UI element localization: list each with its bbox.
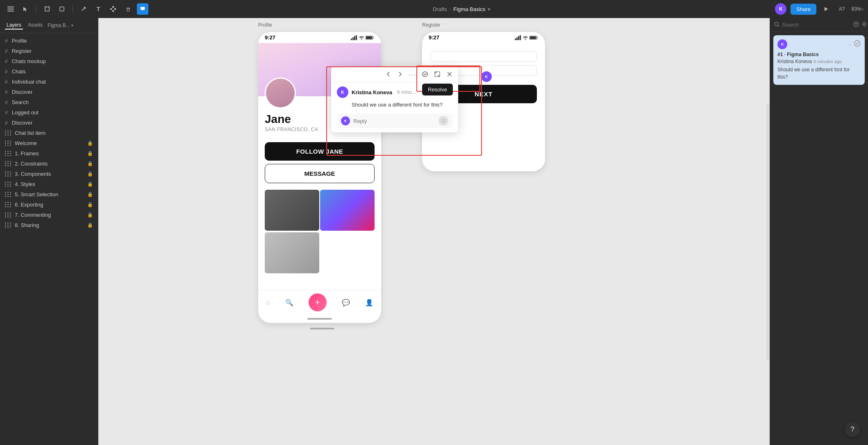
share-button[interactable]: Share — [791, 4, 816, 15]
nav-prev-icon[interactable] — [384, 70, 393, 79]
lock-icon: 🔒 — [87, 171, 93, 177]
toolbar-left: T — [5, 3, 148, 15]
rect-tool-icon[interactable] — [56, 3, 68, 15]
sidebar-item-chats[interactable]: # Chats — [0, 66, 98, 77]
chat-nav-icon[interactable]: 💬 — [342, 299, 350, 307]
comment-popup-header: ··· — [331, 66, 458, 82]
input-placeholder-1[interactable] — [430, 51, 537, 62]
status-icons — [351, 35, 375, 40]
thread-title: #1 · Figma Basics — [777, 52, 861, 57]
add-button[interactable]: + — [309, 293, 327, 311]
zoom-level: 83% — [851, 6, 861, 12]
text-tool-icon[interactable]: T — [93, 3, 104, 15]
grid-icon — [5, 222, 11, 228]
profile-nav-icon[interactable]: 👤 — [365, 299, 373, 307]
search-nav-icon[interactable]: 🔍 — [285, 299, 293, 307]
dropdown-arrow[interactable]: ▾ — [488, 6, 491, 12]
follow-button[interactable]: FOLLOW JANE — [265, 142, 375, 161]
sidebar-item-chats-mockup[interactable]: # Chats mockup — [0, 56, 98, 66]
filter-icon[interactable] — [853, 21, 859, 28]
toolbar-center: Drafts / Figma Basics ▾ — [433, 6, 491, 12]
comment-tool-icon[interactable] — [137, 3, 148, 15]
sidebar-item-search[interactable]: # Search — [0, 97, 98, 107]
grid-icon — [5, 151, 11, 156]
tab-layers[interactable]: Layers — [5, 21, 23, 30]
sidebar-item-profile[interactable]: # Profile — [0, 36, 98, 46]
sidebar-item-logged-out[interactable]: # Logged out — [0, 107, 98, 118]
comment-reply-row: K — [337, 114, 452, 128]
help-button[interactable]: ? — [845, 422, 860, 437]
thread-avatar: K — [777, 39, 787, 49]
zoom-control[interactable]: 83% ▾ — [852, 3, 863, 15]
main-area: Layers Assets Figma B... ▾ # Profile # R… — [0, 18, 868, 445]
help-area: ? — [770, 437, 868, 445]
sidebar-item-register[interactable]: # Register — [0, 46, 98, 56]
photo-grid — [265, 190, 375, 273]
thread-user: Kristina Koneva — [777, 59, 812, 64]
separator2 — [73, 5, 73, 13]
lock-icon: 🔒 — [87, 141, 93, 146]
sidebar-item-styles[interactable]: 4. Styles 🔒 — [0, 179, 98, 189]
sidebar-item-sharing[interactable]: 8. Sharing 🔒 — [0, 220, 98, 230]
thread-resolve-icon[interactable] — [854, 40, 861, 48]
reply-avatar: K — [341, 116, 350, 125]
home-icon[interactable]: ⌂ — [266, 299, 270, 306]
send-reply-button[interactable] — [439, 116, 448, 126]
svg-rect-8 — [112, 6, 114, 8]
sidebar-item-smart-selection[interactable]: 5. Smart Selection 🔒 — [0, 189, 98, 200]
comment-text: Should we use a different font for this? — [352, 101, 452, 109]
svg-rect-14 — [352, 37, 354, 40]
frame-tool-icon[interactable] — [41, 3, 53, 15]
toolbar-right: K Share A? 83% ▾ — [775, 3, 863, 15]
reply-input[interactable] — [353, 118, 435, 124]
sidebar-item-welcome[interactable]: Welcome 🔒 — [0, 138, 98, 148]
profile-actions: FOLLOW JANE MESSAGE — [258, 136, 381, 186]
sidebar-item-discover2[interactable]: # Discover — [0, 118, 98, 128]
tab-figma-basics[interactable]: Figma B... ▾ — [48, 21, 73, 30]
grid-icon — [5, 192, 11, 197]
prototype-icon[interactable]: A? — [836, 3, 848, 15]
settings-icon[interactable] — [861, 21, 867, 28]
sidebar-item-individual-chat[interactable]: # Individual chat — [0, 77, 98, 87]
grid-icon — [5, 141, 11, 146]
sidebar-item-frames[interactable]: 1. Frames 🔒 — [0, 148, 98, 159]
move-tool-icon[interactable] — [20, 3, 31, 15]
thread-dots[interactable]: ··· — [847, 41, 852, 48]
svg-rect-10 — [114, 8, 116, 10]
svg-rect-13 — [351, 39, 352, 40]
sidebar-item-constraints[interactable]: 2. Constraints 🔒 — [0, 159, 98, 169]
frame-label-register: Register — [422, 22, 441, 28]
grid-icon — [5, 130, 11, 136]
canvas-scrollbar[interactable] — [766, 103, 769, 359]
lock-icon: 🔒 — [87, 182, 93, 187]
register-status-bar: 9:27 — [422, 32, 545, 43]
menu-icon[interactable] — [5, 3, 16, 15]
svg-marker-3 — [23, 7, 27, 11]
sidebar-items-list: # Profile # Register # Chats mockup # Ch… — [0, 33, 98, 445]
tab-assets[interactable]: Assets — [26, 21, 44, 30]
expand-icon[interactable] — [433, 70, 442, 79]
nav-bar: ⌂ 🔍 + 💬 👤 — [258, 290, 381, 315]
resolve-check-icon[interactable] — [420, 70, 429, 79]
resolve-button[interactable]: Resolve — [422, 84, 453, 95]
more-options-icon[interactable]: ··· — [408, 70, 417, 79]
pen-tool-icon[interactable] — [78, 3, 89, 15]
grid-icon — [5, 212, 11, 218]
comment-thread-1: K ··· #1 · Figma Basics Kristina Koneva … — [773, 35, 865, 85]
svg-rect-15 — [354, 36, 355, 40]
sidebar-item-chat-list-item[interactable]: Chat list item — [0, 128, 98, 138]
sidebar-item-discover1[interactable]: # Discover — [0, 87, 98, 97]
hand-tool-icon[interactable] — [122, 3, 134, 15]
sidebar-item-exporting[interactable]: 6. Exporting 🔒 — [0, 200, 98, 210]
sidebar-item-components[interactable]: 3. Components 🔒 — [0, 169, 98, 179]
comment-popup: ··· K Kristina Koneva 6 minu... — [331, 66, 458, 132]
play-button[interactable] — [820, 3, 832, 15]
components-icon[interactable] — [107, 3, 119, 15]
right-search-input[interactable] — [782, 22, 851, 28]
right-search-icon — [774, 22, 779, 28]
message-button[interactable]: MESSAGE — [265, 164, 375, 183]
close-icon[interactable] — [445, 70, 454, 79]
sidebar-item-commenting[interactable]: 7. Commenting 🔒 — [0, 210, 98, 220]
nav-next-icon[interactable] — [396, 70, 405, 79]
svg-rect-19 — [515, 39, 516, 40]
